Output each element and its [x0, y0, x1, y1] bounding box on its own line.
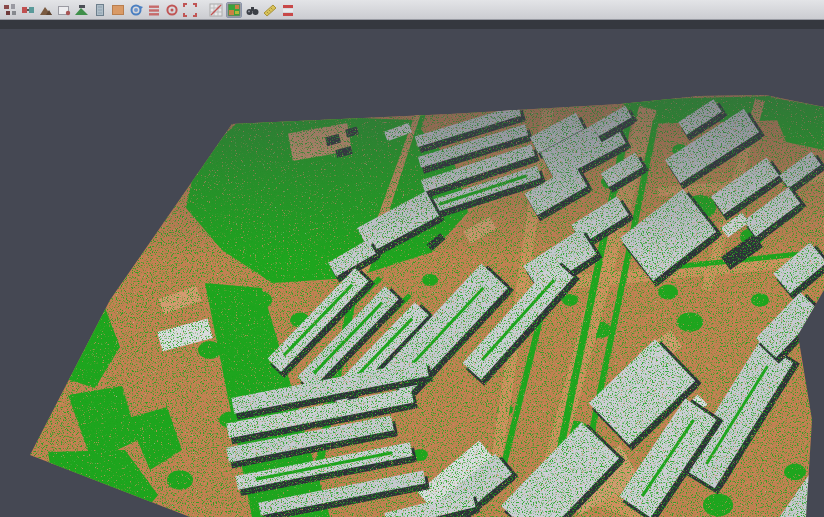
- orthoimage-icon: [111, 3, 125, 17]
- terrain-button[interactable]: [38, 2, 54, 18]
- terrain-icon: [39, 3, 53, 17]
- vegetation-icon: [75, 3, 89, 17]
- profile-view-icon: [93, 3, 107, 17]
- grid-icon: [209, 3, 223, 17]
- layer-list-button[interactable]: [146, 2, 162, 18]
- zoom-extent-icon: [183, 3, 197, 17]
- binoculars-button[interactable]: [244, 2, 260, 18]
- vegetation-button[interactable]: [74, 2, 90, 18]
- compare-views-button[interactable]: [20, 2, 36, 18]
- grid-button[interactable]: [208, 2, 224, 18]
- flag-icon: [281, 3, 295, 17]
- center-view-button[interactable]: [164, 2, 180, 18]
- viewport-top-strip: [0, 20, 824, 29]
- orthoimage-button[interactable]: [110, 2, 126, 18]
- profile-view-button[interactable]: [92, 2, 108, 18]
- point-attributes-button[interactable]: [2, 2, 18, 18]
- flag-button[interactable]: [280, 2, 296, 18]
- point-attributes-icon: [3, 3, 17, 17]
- measure-button[interactable]: [262, 2, 278, 18]
- orbit-view-button[interactable]: [128, 2, 144, 18]
- main-toolbar: [0, 0, 824, 20]
- layer-list-icon: [147, 3, 161, 17]
- compare-views-icon: [21, 3, 35, 17]
- measure-icon: [263, 3, 277, 17]
- binoculars-icon: [245, 3, 259, 17]
- orbit-view-icon: [129, 3, 143, 17]
- viewport-3d[interactable]: [0, 20, 824, 517]
- point-cloud-scene: [0, 20, 824, 517]
- center-view-icon: [165, 3, 179, 17]
- classification-display-icon: [227, 3, 241, 17]
- zoom-extent-button[interactable]: [182, 2, 198, 18]
- select-point-icon: [57, 3, 71, 17]
- select-point-button[interactable]: [56, 2, 72, 18]
- classification-display-button[interactable]: [226, 2, 242, 18]
